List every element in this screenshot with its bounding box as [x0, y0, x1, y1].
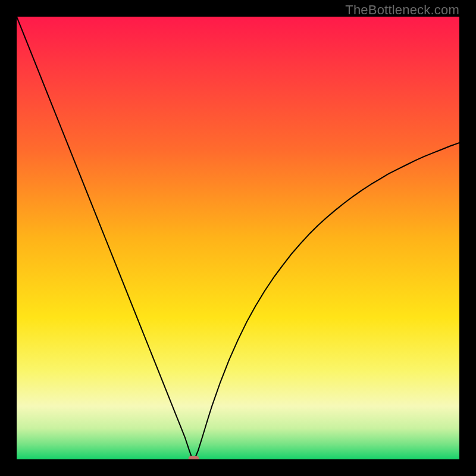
chart-container: TheBottleneck.com	[0, 0, 476, 476]
chart-svg	[17, 17, 459, 459]
watermark-text: TheBottleneck.com	[345, 2, 459, 18]
gradient-background	[17, 17, 459, 459]
optimal-point-marker	[189, 456, 199, 459]
plot-area	[17, 17, 459, 459]
